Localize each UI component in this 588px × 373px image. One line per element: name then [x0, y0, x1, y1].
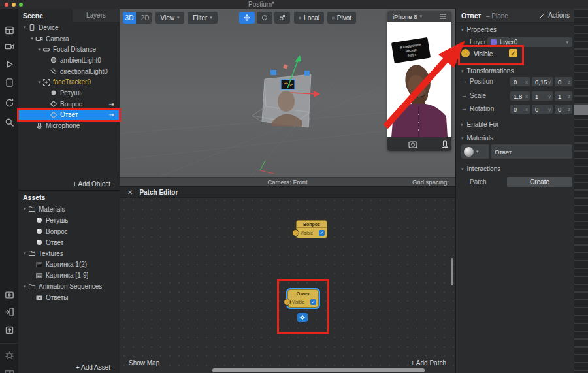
asset-item[interactable]: Ретушь	[18, 215, 120, 226]
transform-value-field[interactable]: 0z	[555, 77, 572, 86]
scale-tool-button[interactable]	[274, 12, 290, 24]
triangle-down-icon[interactable]: ▾	[22, 251, 28, 256]
inspector-header: Ответ – Plane Actions	[456, 9, 574, 23]
triangle-down-icon[interactable]: ▾	[36, 47, 42, 52]
asset-item[interactable]: ▾Textures	[18, 248, 120, 259]
scene-item[interactable]: ▾Camera	[18, 33, 120, 44]
add-patch-button[interactable]: + Add Patch	[411, 359, 446, 366]
visible-checkbox[interactable]: ✓	[509, 49, 517, 57]
scene-item[interactable]: Ретушь	[18, 88, 120, 99]
section-enable-for[interactable]: ▸ Enable For	[461, 121, 498, 128]
scene-item[interactable]: Вопрос⇥	[18, 99, 120, 110]
search-tool-button[interactable]	[4, 117, 14, 127]
pivot-button[interactable]: Pivot	[327, 12, 356, 24]
restart-tool-button[interactable]	[4, 97, 14, 108]
vertical-scrollbar[interactable]	[451, 258, 453, 285]
titlebar: Postium*	[0, 0, 588, 10]
video-tool-button[interactable]	[4, 41, 14, 52]
triangle-down-icon[interactable]: ▾	[36, 80, 42, 85]
triangle-down-icon[interactable]: ▾	[22, 25, 28, 30]
triangle-down-icon[interactable]: ▾	[22, 284, 28, 289]
asset-item[interactable]: Ответы	[18, 292, 120, 303]
transform-value-field[interactable]: 0z	[555, 105, 572, 114]
asset-item[interactable]: Картинка [1-9]	[18, 270, 120, 281]
scene-item[interactable]: directionalLight0	[18, 66, 120, 77]
transform-value-field[interactable]: 1z	[555, 91, 572, 101]
patch-port-icon[interactable]: →	[292, 229, 299, 236]
import-tool-button[interactable]	[4, 306, 14, 317]
material-name-field[interactable]: Ответ	[491, 144, 572, 159]
device-selector[interactable]: iPhone 8	[393, 13, 417, 20]
mode-2d-button[interactable]: 2D	[139, 12, 152, 24]
export-tool-button[interactable]	[4, 325, 14, 335]
layout-tool-button[interactable]	[4, 25, 14, 35]
rotate-tool-button[interactable]	[257, 12, 272, 24]
scene-item[interactable]: ▾faceTracker0	[18, 76, 120, 88]
section-properties[interactable]: ▾ Properties	[461, 26, 497, 33]
patch-settings-button[interactable]	[297, 313, 308, 322]
patch-node[interactable]: Ответ→Visible✓	[287, 289, 319, 308]
debug-tool-button[interactable]	[4, 349, 14, 360]
patch-editor[interactable]: ✕ Patch Editor Вопрос→Visible✓Ответ→Visi…	[120, 186, 455, 373]
patch-port-icon[interactable]: →	[284, 299, 291, 306]
add-object-button[interactable]: + Add Object	[18, 178, 120, 189]
view-mode-toggle[interactable]: 3D 2D	[123, 12, 152, 24]
triangle-down-icon[interactable]: ▾	[22, 206, 28, 212]
create-patch-button[interactable]: Create	[507, 177, 572, 187]
import-icon	[5, 307, 14, 317]
section-interactions[interactable]: ▾ Interactions	[461, 165, 500, 172]
asset-item[interactable]: ▾Materials	[18, 204, 120, 215]
transform-value-field[interactable]: 1,8x	[510, 91, 530, 101]
local-space-button[interactable]: Local	[294, 12, 324, 24]
scene-item[interactable]: Microphone	[18, 120, 120, 131]
horizontal-scrollbar[interactable]	[212, 368, 425, 372]
section-materials[interactable]: ▾ Materials	[461, 135, 493, 142]
add-asset-button[interactable]: + Add Asset	[18, 362, 120, 373]
transform-value-field[interactable]: 0,15y	[532, 77, 553, 86]
asset-item[interactable]: Ответ	[18, 237, 120, 248]
view-dropdown[interactable]: View▾	[155, 12, 184, 24]
transform-value-field[interactable]: 0y	[532, 105, 553, 114]
actions-button[interactable]: Actions	[539, 12, 570, 19]
device-tool-button[interactable]	[4, 77, 14, 88]
layer-label: Layer	[470, 39, 486, 46]
patch-visible-checkbox[interactable]: ✓	[310, 299, 316, 305]
mode-3d-button[interactable]: 3D	[123, 12, 136, 24]
rotate-device-icon[interactable]	[441, 140, 449, 148]
scene-item[interactable]: ▾Focal Distance	[18, 44, 120, 55]
transform-value-field[interactable]: 0x	[510, 77, 530, 86]
animation-icon	[35, 294, 43, 302]
menu-icon[interactable]	[439, 13, 447, 20]
show-map-button[interactable]: Show Map	[129, 359, 159, 366]
move-tool-button[interactable]	[239, 12, 255, 24]
asset-item[interactable]: Вопрос	[18, 226, 120, 237]
material-thumbnail-dropdown[interactable]: ▾	[461, 144, 489, 159]
flip-camera-icon[interactable]	[408, 140, 417, 148]
scene-panel: Scene Layers ▾Device▾Camera▾Focal Distan…	[18, 9, 120, 190]
scale-icon	[279, 14, 286, 22]
layer-dropdown[interactable]: layer0 ▾	[487, 37, 572, 47]
screens-tool-button[interactable]	[4, 368, 14, 373]
window-title: Postium*	[0, 1, 523, 8]
close-icon[interactable]: ✕	[127, 189, 133, 196]
scene-item[interactable]: ambientLight0	[18, 55, 120, 66]
triangle-down-icon[interactable]: ▾	[29, 36, 35, 41]
asset-item[interactable]: ▾Animation Sequences	[18, 281, 120, 292]
material-sphere-icon	[464, 147, 474, 157]
play-tool-button[interactable]	[4, 59, 14, 69]
patch-label: Patch	[470, 178, 487, 186]
patch-node[interactable]: Вопрос→Visible✓	[296, 220, 327, 238]
scene-item[interactable]: Ответ⇥	[18, 110, 120, 121]
section-transformations[interactable]: ▾ Transformations	[461, 67, 514, 74]
capture-tool-button[interactable]	[4, 289, 14, 300]
transform-value-field[interactable]: 1y	[532, 91, 553, 101]
focal-icon	[42, 46, 50, 54]
patch-visible-checkbox[interactable]: ✓	[319, 230, 325, 236]
camera-icon	[35, 35, 43, 42]
scene-item[interactable]: ▾Device	[18, 22, 120, 33]
scene-panel-title: Scene	[23, 12, 43, 20]
asset-item[interactable]: Картинка 1(2)	[18, 259, 120, 270]
tab-layers[interactable]: Layers	[73, 9, 120, 22]
transform-value-field[interactable]: 0x	[510, 105, 530, 114]
filter-dropdown[interactable]: Filter▾	[188, 12, 218, 24]
